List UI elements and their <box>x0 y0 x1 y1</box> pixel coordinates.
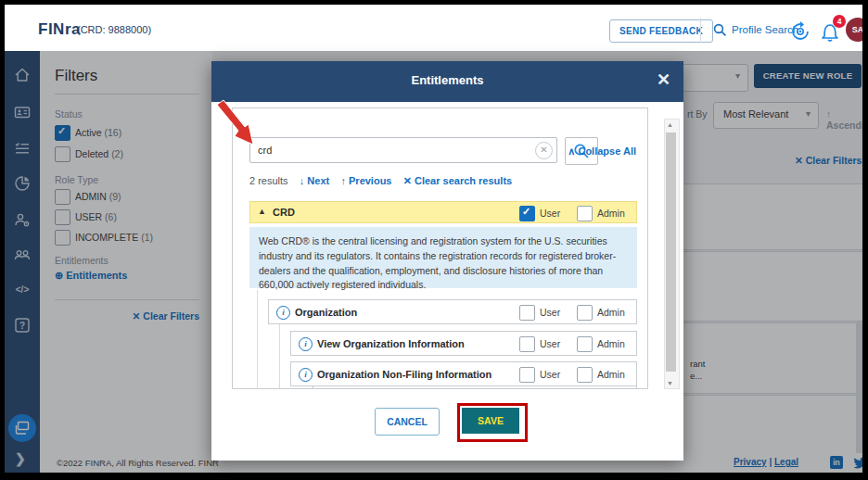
entitlement-row-partial <box>313 385 637 389</box>
clear-search-results-link[interactable]: ✕ Clear search results <box>403 175 512 186</box>
info-icon[interactable]: i <box>299 368 313 382</box>
save-button[interactable]: SAVE <box>462 408 519 434</box>
user-label: User <box>540 307 560 318</box>
info-icon[interactable]: i <box>299 337 313 351</box>
admin-checkbox[interactable] <box>577 336 593 352</box>
close-icon[interactable]: ✕ <box>657 69 670 90</box>
admin-checkbox[interactable] <box>577 367 593 383</box>
entitlement-label: Organization <box>295 307 357 318</box>
annotation-arrow <box>213 96 260 152</box>
crd-section-name: CRD <box>273 207 295 218</box>
collapse-triangle-icon[interactable]: ▲ <box>258 207 266 216</box>
admin-label: Admin <box>597 369 625 380</box>
scroll-down-arrow-icon[interactable]: ▼ <box>667 380 673 386</box>
scroll-up-arrow-icon[interactable]: ▲ <box>667 121 673 128</box>
crd-section-header[interactable]: ▲ CRD User Admin <box>249 201 637 223</box>
recently-viewed-icon[interactable] <box>790 21 811 45</box>
top-bar: FINra (CRD: 9888000) SEND FEEDBACK Profi… <box>5 5 862 51</box>
modal-scrollbar[interactable]: ▲ ▼ <box>664 119 680 389</box>
crd-user-checkbox[interactable] <box>519 206 535 221</box>
user-checkbox[interactable] <box>519 336 535 352</box>
previous-result-link[interactable]: ↑ Previous <box>340 175 391 186</box>
user-label: User <box>540 338 560 349</box>
admin-label: Admin <box>597 307 625 318</box>
collapse-all-link[interactable]: ∧ Collapse All <box>568 145 636 158</box>
entitlement-row-organization: i Organization User Admin <box>268 299 637 324</box>
crd-admin-checkbox[interactable] <box>577 206 593 221</box>
send-feedback-button[interactable]: SEND FEEDBACK <box>609 19 713 43</box>
entitlement-row-view-organization-information: i View Organization Information User Adm… <box>290 331 637 356</box>
crd-description: Web CRD® is the central licensing and re… <box>249 227 637 288</box>
admin-label: Admin <box>597 338 625 349</box>
entitlement-label: Organization Non-Filing Information <box>317 369 491 380</box>
search-results-row: 2 results ↓ Next ↑ Previous ✕ Clear sear… <box>249 175 512 187</box>
admin-checkbox[interactable] <box>577 305 593 321</box>
user-label: User <box>540 208 560 219</box>
admin-label: Admin <box>597 208 625 219</box>
app-window: FINra (CRD: 9888000) SEND FEEDBACK Profi… <box>5 5 862 473</box>
entitlement-search-input[interactable] <box>249 137 557 163</box>
modal-header: Entitlements ✕ <box>211 61 683 102</box>
profile-search-link[interactable]: Profile Search <box>732 24 798 35</box>
entitlements-modal: Entitlements ✕ ✕ ∧ Collapse All 2 result… <box>211 61 683 461</box>
results-count: 2 results <box>249 175 288 186</box>
tree-indent-guide <box>279 323 280 388</box>
info-icon[interactable]: i <box>276 306 290 320</box>
cancel-button[interactable]: CANCEL <box>375 408 440 436</box>
entitlement-label: View Organization Information <box>317 338 465 349</box>
next-result-link[interactable]: ↓ Next <box>300 175 329 186</box>
topbar-divider <box>700 18 701 43</box>
finra-logo: FINra <box>38 20 81 39</box>
tree-indent-guide <box>257 290 258 388</box>
clear-input-icon[interactable]: ✕ <box>535 142 553 159</box>
user-avatar[interactable]: SA <box>846 18 862 42</box>
screenshot-frame: FINra (CRD: 9888000) SEND FEEDBACK Profi… <box>0 0 868 480</box>
user-checkbox[interactable] <box>519 305 535 321</box>
crd-number-label: (CRD: 9888000) <box>77 24 151 35</box>
modal-title: Entitlements <box>211 73 683 87</box>
user-label: User <box>540 369 560 380</box>
search-icon <box>713 23 727 41</box>
scrollbar-thumb[interactable] <box>666 133 676 372</box>
user-checkbox[interactable] <box>519 367 535 383</box>
entitlement-row-organization-non-filing-information: i Organization Non-Filing Information Us… <box>290 361 637 386</box>
notification-count-badge: 4 <box>833 15 846 28</box>
entitlements-content-box: ✕ ∧ Collapse All 2 results ↓ Next ↑ Prev… <box>232 107 648 389</box>
